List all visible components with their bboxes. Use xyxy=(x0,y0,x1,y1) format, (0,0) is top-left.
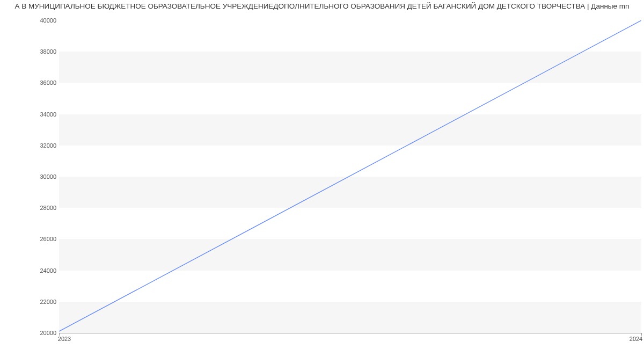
y-tick-label: 28000 xyxy=(30,205,56,211)
y-tick-label: 22000 xyxy=(30,299,56,305)
plot-area xyxy=(59,20,641,333)
chart-title: А В МУНИЦИПАЛЬНОЕ БЮДЖЕТНОЕ ОБРАЗОВАТЕЛЬ… xyxy=(0,2,644,10)
y-tick-label: 26000 xyxy=(30,236,56,242)
x-axis-line xyxy=(59,333,641,333)
y-tick-label: 30000 xyxy=(30,173,56,180)
y-tick-label: 20000 xyxy=(30,330,56,336)
y-tick-label: 38000 xyxy=(30,48,56,55)
chart-container: А В МУНИЦИПАЛЬНОЕ БЮДЖЕТНОЕ ОБРАЗОВАТЕЛЬ… xyxy=(0,0,644,349)
x-tick-label: 2023 xyxy=(58,336,71,342)
y-tick-label: 40000 xyxy=(30,17,56,24)
x-tick-label: 2024 xyxy=(630,336,642,342)
y-tick-label: 24000 xyxy=(30,267,56,274)
y-tick-label: 34000 xyxy=(30,111,56,118)
y-tick-label: 36000 xyxy=(30,79,56,86)
y-tick-label: 32000 xyxy=(30,142,56,149)
